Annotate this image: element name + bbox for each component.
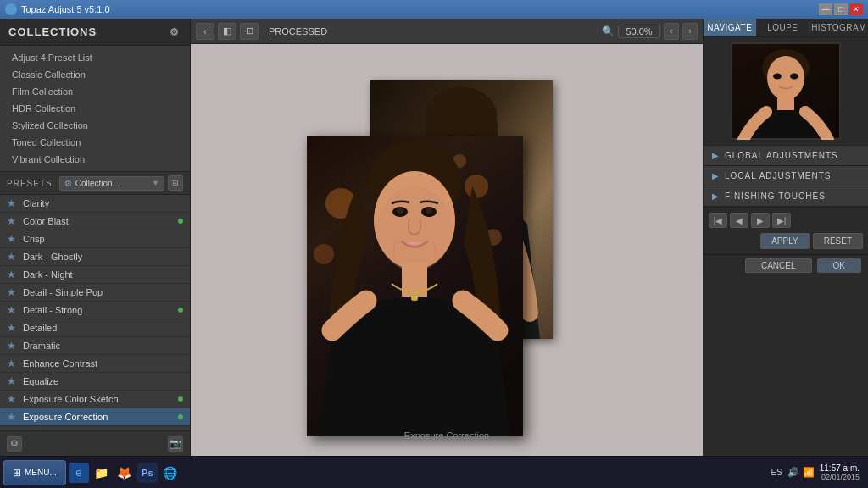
tray-volume-icon[interactable]: 🔊: [787, 467, 799, 478]
tray-time: 11:57 a.m.: [820, 463, 860, 473]
center-panel: ‹ ◧ ⊡ PROCESSED 🔍 ‹ ›: [191, 19, 703, 456]
fit-button[interactable]: ⊡: [240, 23, 259, 40]
right-bottom-bar: |◀ ◀ ▶ ▶| APPLY RESET: [704, 207, 868, 254]
preset-item-equalize[interactable]: ★ Equalize: [0, 373, 190, 391]
collection-item-4[interactable]: Stylized Collection: [0, 117, 190, 134]
tab-loupe[interactable]: LOUPE: [757, 19, 810, 36]
star-icon: ★: [7, 286, 16, 298]
left-bottom-bar: ⚙ 📷: [0, 430, 190, 456]
collection-item-0[interactable]: Adjust 4 Preset List: [0, 49, 190, 66]
system-tray: ES 🔊 📶 11:57 a.m. 02/01/2015: [765, 463, 865, 481]
nav-arrows: |◀ ◀ ▶ ▶|: [709, 213, 863, 228]
grid-view-button[interactable]: ⊞: [168, 175, 183, 191]
presets-dropdown[interactable]: ⚙ Collection... ▼: [59, 176, 164, 191]
preset-item-detailed[interactable]: ★ Detailed: [0, 319, 190, 337]
next-nav-button[interactable]: ▶: [751, 213, 770, 228]
finishing-touches-header[interactable]: ▶ FINISHING TOUCHES: [704, 186, 868, 206]
collection-item-1[interactable]: Classic Collection: [0, 66, 190, 83]
view-tabs: NAVIGATE LOUPE HISTOGRAM: [704, 19, 868, 37]
preset-name: Equalize: [23, 376, 178, 386]
preset-name: Crisp: [23, 234, 178, 244]
collections-header: COLLECTIONS ⚙: [0, 19, 190, 46]
maximize-button[interactable]: □: [834, 3, 848, 15]
zoom-area: 🔍 ‹ ›: [602, 23, 698, 40]
preset-dot: [178, 308, 183, 313]
close-button[interactable]: ✕: [849, 3, 863, 15]
fit-icon: ⊡: [246, 25, 253, 36]
preset-item-exposure-color-sketch[interactable]: ★ Exposure Color Sketch: [0, 391, 190, 408]
settings-button[interactable]: ⚙: [7, 436, 22, 452]
tab-navigate[interactable]: NAVIGATE: [704, 19, 757, 36]
photo-stack: [307, 72, 587, 428]
prev-nav-button[interactable]: ◀: [730, 213, 748, 228]
tray-clock: 11:57 a.m. 02/01/2015: [820, 463, 860, 481]
zoom-icon: 🔍: [602, 25, 615, 37]
compare-button[interactable]: ◧: [218, 23, 236, 40]
tray-network-icon[interactable]: 📶: [803, 467, 815, 478]
taskbar-icon-folder[interactable]: 📁: [92, 463, 112, 483]
windows-logo-icon: ⊞: [13, 467, 21, 479]
star-icon: ★: [7, 215, 16, 227]
reset-button[interactable]: RESET: [813, 233, 863, 249]
preset-item-exposure-correction[interactable]: ★ Exposure Correction: [0, 408, 190, 426]
top-toolbar: ‹ ◧ ⊡ PROCESSED 🔍 ‹ ›: [191, 19, 703, 44]
expand-icon: ▶: [712, 151, 720, 160]
camera-button[interactable]: 📷: [168, 436, 183, 452]
preset-item-detail-simple[interactable]: ★ Detail - Simple Pop: [0, 284, 190, 302]
preset-item-enhance-contrast[interactable]: ★ Enhance Contrast: [0, 355, 190, 373]
titlebar: Topaz Adjust 5 v5.1.0 — □ ✕: [0, 0, 868, 19]
folder-icon: 📁: [94, 466, 108, 480]
taskbar-icon-ie[interactable]: e: [69, 463, 89, 483]
preset-name: Dark - Night: [23, 269, 178, 280]
prev-button[interactable]: ‹: [196, 23, 214, 40]
ie-icon: e: [75, 466, 81, 479]
zoom-out-button[interactable]: ‹: [664, 23, 679, 40]
preset-item-dark-ghostly[interactable]: ★ Dark - Ghostly: [0, 248, 190, 266]
tab-histogram[interactable]: HISTOGRAM: [810, 19, 868, 36]
photoshop-icon: Ps: [142, 468, 153, 478]
star-icon: ★: [7, 393, 16, 405]
taskbar-icon-ps[interactable]: Ps: [137, 463, 158, 483]
star-icon: ★: [7, 197, 16, 209]
titlebar-title: Topaz Adjust 5 v5.1.0: [21, 4, 819, 14]
local-adjustments-header[interactable]: ▶ LOCAL ADJUSTMENTS: [704, 166, 868, 186]
cancel-button[interactable]: CANCEL: [745, 258, 812, 273]
ok-button[interactable]: OK: [817, 258, 861, 273]
local-adjustments-section: ▶ LOCAL ADJUSTMENTS: [704, 166, 868, 186]
tray-language: ES: [771, 468, 782, 477]
preset-item-color-blast[interactable]: ★ Color Blast: [0, 213, 190, 230]
global-adjustments-header[interactable]: ▶ GLOBAL ADJUSTMENTS: [704, 146, 868, 165]
collection-item-6[interactable]: Vibrant Collection: [0, 151, 190, 168]
preset-item-clarity[interactable]: ★ Clarity: [0, 195, 190, 213]
start-button[interactable]: ⊞ MENU...: [3, 460, 66, 485]
zoom-input[interactable]: [618, 25, 660, 38]
preset-item-detail-strong[interactable]: ★ Detail - Strong: [0, 302, 190, 319]
apply-button[interactable]: APPLY: [760, 233, 810, 249]
collection-item-2[interactable]: Film Collection: [0, 83, 190, 100]
left-arrow-icon: ‹: [203, 26, 207, 36]
star-icon: ★: [7, 358, 16, 369]
minimize-button[interactable]: —: [819, 3, 832, 15]
global-adjustments-label: GLOBAL ADJUSTMENTS: [725, 151, 838, 160]
preset-name: Dark - Ghostly: [23, 252, 178, 262]
collection-item-5[interactable]: Toned Collection: [0, 134, 190, 151]
taskbar-icon-earth[interactable]: 🌐: [160, 463, 181, 483]
taskbar-icon-firefox[interactable]: 🦊: [114, 463, 135, 483]
svg-rect-26: [777, 95, 794, 110]
collection-item-3[interactable]: HDR Collection: [0, 100, 190, 117]
preset-item-dramatic[interactable]: ★ Dramatic: [0, 337, 190, 355]
star-icon: ★: [7, 322, 16, 334]
grid-icon: ⊞: [172, 179, 179, 187]
last-button[interactable]: ▶|: [772, 213, 791, 228]
tray-date: 02/01/2015: [820, 473, 860, 481]
svg-point-28: [790, 74, 798, 80]
preset-item-crisp[interactable]: ★ Crisp: [0, 230, 190, 248]
first-button[interactable]: |◀: [709, 213, 727, 228]
gear-icon[interactable]: ⚙: [170, 26, 181, 38]
svg-point-19: [397, 208, 403, 214]
titlebar-controls: — □ ✕: [819, 3, 863, 15]
presets-label: PRESETS: [7, 179, 53, 188]
preset-item-dark-night[interactable]: ★ Dark - Night: [0, 266, 190, 284]
photo-front: [307, 136, 523, 436]
zoom-in-button[interactable]: ›: [682, 23, 698, 40]
